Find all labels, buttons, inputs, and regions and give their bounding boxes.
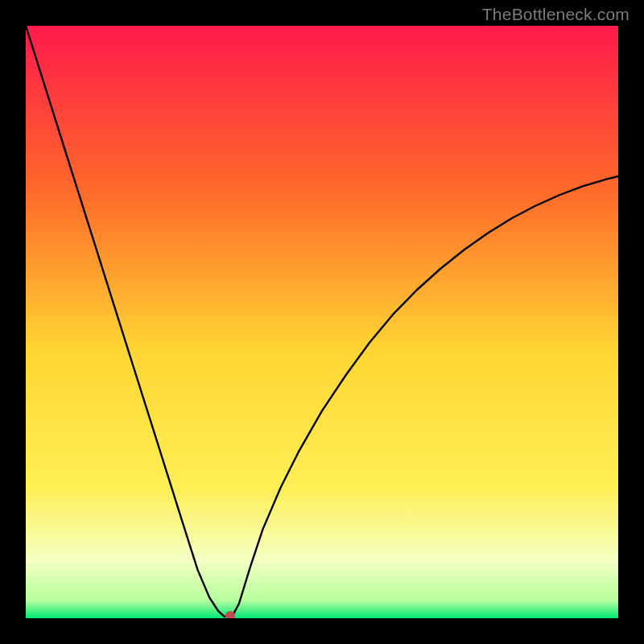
chart-frame: TheBottleneck.com <box>0 0 644 644</box>
chart-plot-area <box>26 26 618 618</box>
watermark-text: TheBottleneck.com <box>482 5 630 24</box>
chart-svg <box>26 26 618 618</box>
chart-background <box>26 26 618 618</box>
